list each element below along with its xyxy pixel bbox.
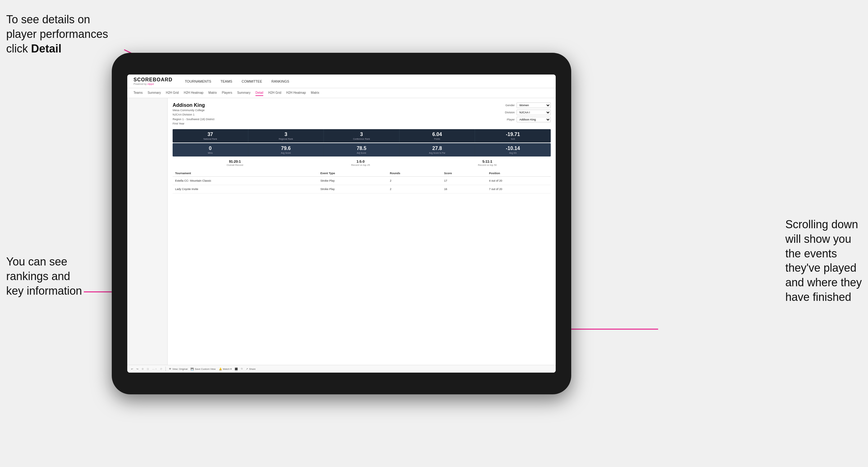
table-row: Estella CC- Mountain Classic Stroke Play…	[173, 176, 551, 185]
stat-points: 6.04 Points	[400, 129, 475, 143]
gender-select[interactable]: Women Men	[517, 102, 551, 108]
tablet-device: SCOREBOARD Powered by clippd TOURNAMENTS…	[112, 53, 571, 394]
sub-nav-h2h-grid2[interactable]: H2H Grid	[268, 90, 281, 96]
avg-score-par-value: 27.8	[401, 146, 473, 151]
stat-conference-rank: 3 Conference Rank	[324, 129, 400, 143]
avg-sg-value: -10.14	[477, 146, 549, 151]
col-score: Score	[441, 170, 487, 177]
tournament-name-1: Estella CC- Mountain Classic	[173, 176, 318, 185]
scoreboard-logo: SCOREBOARD Powered by clippd	[133, 77, 173, 85]
player-info: Addison King Mesa Community College NJCA…	[173, 102, 215, 126]
nav-rankings[interactable]: RANKINGS	[271, 78, 289, 85]
player-division: NJCAA Division 1	[173, 113, 215, 117]
player-region: Region 1 - Southwest (18) District	[173, 117, 215, 121]
points-label: Points	[401, 138, 473, 140]
top25-record-label: Record vs top 25	[351, 164, 370, 166]
stat-national-rank: 37 National Rank	[173, 129, 248, 143]
record-overall: 91-20-1 Overall Record	[227, 160, 243, 166]
powered-by: Powered by clippd	[133, 83, 173, 85]
sub-nav-h2h-heatmap[interactable]: H2H Heatmap	[184, 90, 203, 96]
sub-nav-h2h-heatmap2[interactable]: H2H Heatmap	[286, 90, 306, 96]
stat-regional-rank: 3 Regional Rank	[248, 129, 324, 143]
records-row: 91-20-1 Overall Record 1-5-0 Record vs t…	[173, 160, 551, 166]
record-top50: 5-11-1 Record vs top 50	[478, 160, 497, 166]
division-control: Division NJCAA I	[501, 110, 551, 115]
rounds-1: 2	[388, 176, 442, 185]
nav-teams[interactable]: TEAMS	[220, 78, 232, 85]
score-2: 16	[441, 185, 487, 193]
sub-nav-teams[interactable]: Teams	[133, 90, 143, 96]
regional-rank-value: 3	[250, 132, 322, 137]
annotation-right: Scrolling down will show you the events …	[785, 217, 862, 305]
avg-sg-label: Avg SG	[477, 152, 549, 154]
undo-button[interactable]: ↩	[131, 368, 133, 370]
watch-button[interactable]: 🔔 Watch ▾	[219, 368, 232, 370]
event-type-1: Stroke Play	[318, 176, 388, 185]
national-rank-label: National Rank	[175, 138, 246, 140]
sub-nav: Teams Summary H2H Grid H2H Heatmap Matri…	[127, 88, 556, 98]
player-select[interactable]: Addison King	[517, 117, 551, 122]
player-header: Addison King Mesa Community College NJCA…	[173, 102, 551, 126]
save-custom-label: Save Custom View	[195, 368, 215, 370]
conference-rank-value: 3	[326, 132, 397, 137]
col-event-type: Event Type	[318, 170, 388, 177]
col-tournament: Tournament	[173, 170, 318, 177]
top50-record-label: Record vs top 50	[478, 164, 497, 166]
content-area: Addison King Mesa Community College NJCA…	[127, 98, 556, 365]
view-original-label: View: Original	[172, 368, 187, 370]
record-top25: 1-5-0 Record vs top 25	[351, 160, 370, 166]
share-label: Share	[249, 368, 255, 370]
position-2: 7 out of 20	[487, 185, 551, 193]
nav-bar: SCOREBOARD Powered by clippd TOURNAMENTS…	[127, 74, 556, 88]
table-row: Lady Coyote Invite Stroke Play 2 16 7 ou…	[173, 185, 551, 193]
stats-row2: 0 Wins 79.6 Avg Score 78.5 Adj Score 27.…	[173, 143, 551, 156]
overall-record-value: 91-20-1	[227, 160, 243, 163]
gender-control: Gender Women Men	[501, 102, 551, 108]
sub-nav-players[interactable]: Players	[222, 90, 232, 96]
stat-avg-score-par: 27.8 Avg Score to Par	[400, 143, 475, 156]
sub-nav-summary[interactable]: Summary	[148, 90, 161, 96]
stat-adj-score: 78.5 Adj Score	[324, 143, 400, 156]
stat-sos: -19.71 SoS	[475, 129, 551, 143]
brand-name: clippd	[147, 83, 154, 85]
col-position: Position	[487, 170, 551, 177]
points-value: 6.04	[401, 132, 473, 137]
stat-avg-sg: -10.14 Avg SG	[475, 143, 551, 156]
save-custom-button[interactable]: 💾 Save Custom View	[191, 368, 215, 370]
avg-score-label: Avg Score	[250, 152, 322, 154]
player-control: Player Addison King	[501, 117, 551, 122]
redo-button[interactable]: ↪	[136, 368, 138, 370]
sub-nav-summary2[interactable]: Summary	[237, 90, 251, 96]
nav-committee[interactable]: COMMITTEE	[242, 78, 262, 85]
division-select[interactable]: NJCAA I	[517, 110, 551, 115]
col-rounds: Rounds	[388, 170, 442, 177]
sos-label: SoS	[477, 138, 549, 140]
tournament-table: Tournament Event Type Rounds Score Posit…	[173, 170, 551, 193]
left-panel	[127, 98, 168, 365]
nav-tournaments[interactable]: TOURNAMENTS	[185, 78, 211, 85]
player-label: Player	[501, 118, 515, 121]
sub-nav-h2h-grid[interactable]: H2H Grid	[166, 90, 179, 96]
stat-wins: 0 Wins	[173, 143, 248, 156]
avg-score-value: 79.6	[250, 146, 322, 151]
overall-record-label: Overall Record	[227, 164, 243, 166]
watch-label: Watch ▾	[223, 368, 232, 370]
player-controls: Gender Women Men Division NJCAA I	[501, 102, 551, 122]
rounds-2: 2	[388, 185, 442, 193]
top50-record-value: 5-11-1	[478, 160, 497, 163]
sub-nav-detail[interactable]: Detail	[255, 90, 264, 96]
wins-value: 0	[175, 146, 246, 151]
position-1: 4 out of 20	[487, 176, 551, 185]
annotation-bottom-left: You can see rankings and key information	[6, 255, 82, 298]
sub-nav-matrix2[interactable]: Matrix	[311, 90, 319, 96]
player-school: Mesa Community College	[173, 108, 215, 113]
tournament-name-2: Lady Coyote Invite	[173, 185, 318, 193]
conference-rank-label: Conference Rank	[326, 138, 397, 140]
sub-nav-matrix[interactable]: Matrix	[208, 90, 217, 96]
adj-score-value: 78.5	[326, 146, 397, 151]
view-original-button[interactable]: 👁 View: Original	[169, 368, 187, 370]
avg-score-par-label: Avg Score to Par	[401, 152, 473, 154]
top25-record-value: 1-5-0	[351, 160, 370, 163]
share-button[interactable]: ↗ Share	[246, 368, 255, 370]
wins-label: Wins	[175, 152, 246, 154]
